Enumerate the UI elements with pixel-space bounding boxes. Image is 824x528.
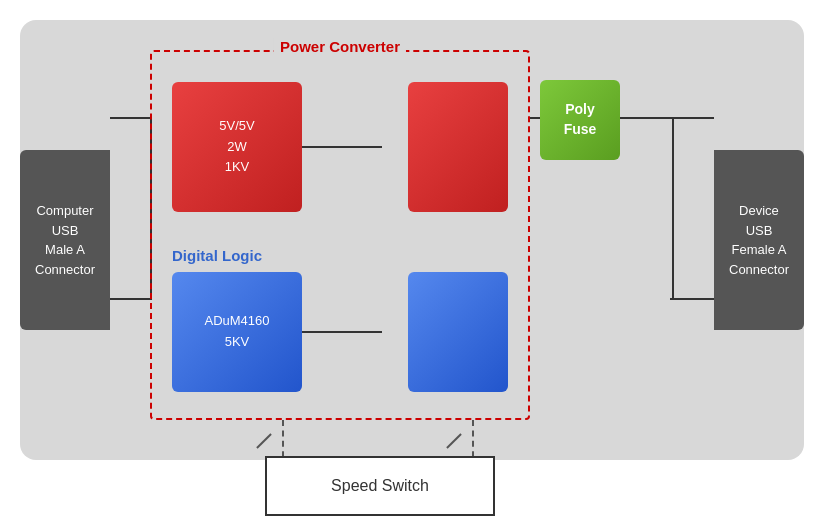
inner-dashed-box: Power Converter 5V/5V2W1KV Digital Logic… bbox=[150, 50, 530, 420]
wire-right-bottom bbox=[670, 298, 714, 300]
digital-block-left: ADuM41605KV bbox=[172, 272, 302, 392]
wire-left-top bbox=[110, 117, 152, 119]
power-block-left: 5V/5V2W1KV bbox=[172, 82, 302, 212]
wire-inner-bottom bbox=[302, 331, 382, 333]
wire-right-top bbox=[670, 117, 714, 119]
wire-inner-top bbox=[302, 146, 382, 148]
poly-fuse-label: PolyFuse bbox=[564, 100, 597, 139]
wire-from-polyfuse bbox=[618, 117, 674, 119]
right-connector-label: DeviceUSBFemale AConnector bbox=[729, 201, 789, 279]
poly-fuse: PolyFuse bbox=[540, 80, 620, 160]
left-connector: ComputerUSBMale AConnector bbox=[20, 150, 110, 330]
power-block-left-label: 5V/5V2W1KV bbox=[219, 116, 254, 178]
main-diagram: ComputerUSBMale AConnector DeviceUSBFema… bbox=[20, 20, 804, 460]
power-block-right bbox=[408, 82, 508, 212]
right-connector: DeviceUSBFemale AConnector bbox=[714, 150, 804, 330]
power-converter-label: Power Converter bbox=[274, 38, 406, 55]
digital-block-left-label: ADuM41605KV bbox=[204, 311, 269, 353]
wire-right-vertical bbox=[672, 117, 674, 300]
digital-block-right bbox=[408, 272, 508, 392]
speed-switch-label: Speed Switch bbox=[331, 477, 429, 495]
digital-logic-label: Digital Logic bbox=[172, 247, 262, 264]
left-connector-label: ComputerUSBMale AConnector bbox=[35, 201, 95, 279]
speed-switch-box: Speed Switch bbox=[265, 456, 495, 516]
wire-left-bottom bbox=[110, 298, 152, 300]
